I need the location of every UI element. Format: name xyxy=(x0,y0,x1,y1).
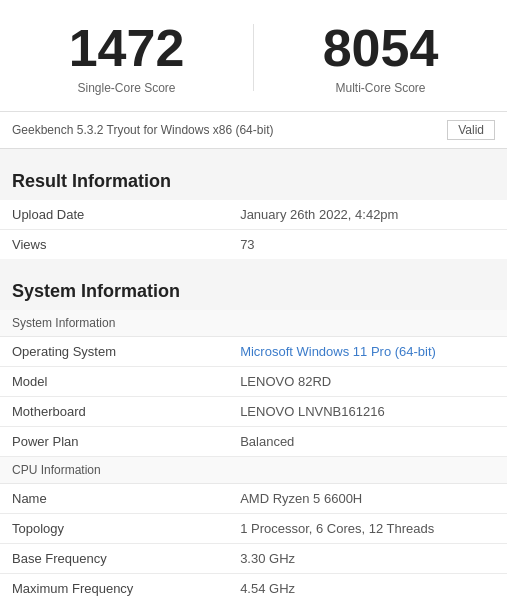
row-value: 73 xyxy=(228,230,507,260)
geekbench-version: Geekbench 5.3.2 Tryout for Windows x86 (… xyxy=(12,123,273,137)
gap-1 xyxy=(0,149,507,157)
table-row: Views 73 xyxy=(0,230,507,260)
subsection-header-label: System Information xyxy=(0,310,507,337)
system-info-table: System Information Operating System Micr… xyxy=(0,310,507,600)
row-label: Topology xyxy=(0,514,228,544)
score-section: 1472 Single-Core Score 8054 Multi-Core S… xyxy=(0,0,507,112)
table-row: Base Frequency 3.30 GHz xyxy=(0,544,507,574)
row-value: Microsoft Windows 11 Pro (64-bit) xyxy=(228,337,507,367)
subsection-header-label: CPU Information xyxy=(0,457,507,484)
result-info-table: Upload Date January 26th 2022, 4:42pm Vi… xyxy=(0,200,507,259)
table-row: Operating System Microsoft Windows 11 Pr… xyxy=(0,337,507,367)
multi-score-block: 8054 Multi-Core Score xyxy=(254,20,507,95)
row-label: Base Frequency xyxy=(0,544,228,574)
row-value: LENOVO LNVNB161216 xyxy=(228,397,507,427)
row-label: Maximum Frequency xyxy=(0,574,228,600)
row-label: Name xyxy=(0,484,228,514)
table-row: Model LENOVO 82RD xyxy=(0,367,507,397)
row-value: 4.54 GHz xyxy=(228,574,507,600)
row-label: Views xyxy=(0,230,228,260)
row-label: Model xyxy=(0,367,228,397)
row-label: Motherboard xyxy=(0,397,228,427)
valid-badge: Valid xyxy=(447,120,495,140)
row-value: 1 Processor, 6 Cores, 12 Threads xyxy=(228,514,507,544)
table-row: Topology 1 Processor, 6 Cores, 12 Thread… xyxy=(0,514,507,544)
row-value: 3.30 GHz xyxy=(228,544,507,574)
system-section-title: System Information xyxy=(0,267,507,310)
multi-score-label: Multi-Core Score xyxy=(254,81,507,95)
row-value: LENOVO 82RD xyxy=(228,367,507,397)
row-value: Balanced xyxy=(228,427,507,457)
geekbench-bar: Geekbench 5.3.2 Tryout for Windows x86 (… xyxy=(0,112,507,149)
single-score-label: Single-Core Score xyxy=(0,81,253,95)
single-score-block: 1472 Single-Core Score xyxy=(0,20,253,95)
table-row: Power Plan Balanced xyxy=(0,427,507,457)
table-row: Motherboard LENOVO LNVNB161216 xyxy=(0,397,507,427)
multi-score-value: 8054 xyxy=(254,20,507,77)
row-label: Operating System xyxy=(0,337,228,367)
row-label: Power Plan xyxy=(0,427,228,457)
row-label: Upload Date xyxy=(0,200,228,230)
table-row: Upload Date January 26th 2022, 4:42pm xyxy=(0,200,507,230)
table-row: Name AMD Ryzen 5 6600H xyxy=(0,484,507,514)
row-value: AMD Ryzen 5 6600H xyxy=(228,484,507,514)
row-value: January 26th 2022, 4:42pm xyxy=(228,200,507,230)
single-score-value: 1472 xyxy=(0,20,253,77)
subsection-header: System Information xyxy=(0,310,507,337)
result-section-title: Result Information xyxy=(0,157,507,200)
table-row: Maximum Frequency 4.54 GHz xyxy=(0,574,507,600)
gap-2 xyxy=(0,259,507,267)
subsection-header: CPU Information xyxy=(0,457,507,484)
